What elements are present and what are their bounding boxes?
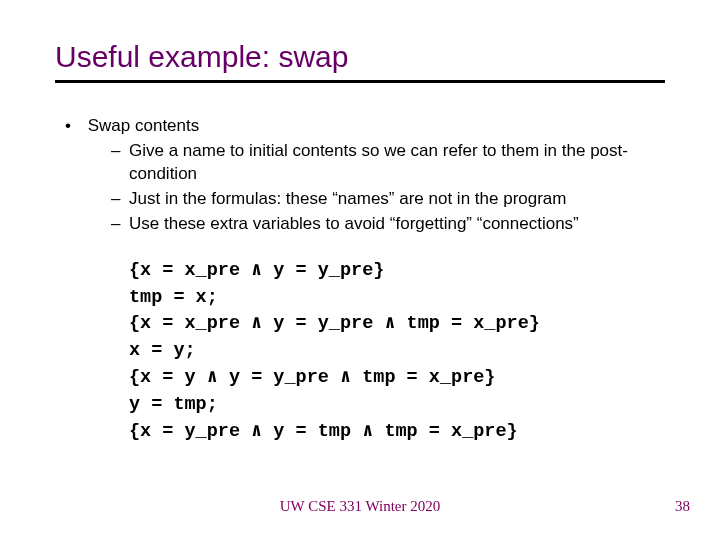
sub-bullet: Use these extra variables to avoid “forg… [111, 213, 675, 236]
page-number: 38 [675, 498, 690, 515]
slide-title: Useful example: swap [55, 40, 665, 74]
bullet-main-text: Swap contents [88, 116, 200, 135]
slide: Useful example: swap Swap contents Give … [0, 0, 720, 540]
bullet-list: Swap contents Give a name to initial con… [65, 115, 675, 236]
slide-body: Swap contents Give a name to initial con… [0, 83, 720, 445]
footer-course: UW CSE 331 Winter 2020 [0, 498, 720, 515]
code-block: {x = x_pre ∧ y = y_pre} tmp = x; {x = x_… [129, 258, 675, 446]
sub-bullet-text: Just in the formulas: these “names” are … [129, 189, 566, 208]
title-block: Useful example: swap [0, 0, 720, 83]
sub-bullet: Give a name to initial contents so we ca… [111, 140, 675, 186]
sub-bullet-text: Use these extra variables to avoid “forg… [129, 214, 579, 233]
bullet-main: Swap contents Give a name to initial con… [65, 115, 675, 236]
sub-bullet-text: Give a name to initial contents so we ca… [129, 141, 628, 183]
footer: UW CSE 331 Winter 2020 38 [0, 498, 720, 518]
sub-bullet-list: Give a name to initial contents so we ca… [83, 140, 675, 236]
sub-bullet: Just in the formulas: these “names” are … [111, 188, 675, 211]
